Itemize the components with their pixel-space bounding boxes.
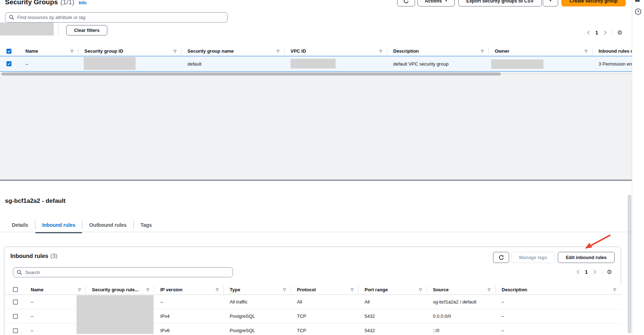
edit-inbound-rules-button[interactable]: Edit inbound rules xyxy=(558,252,615,263)
rules-search-input[interactable] xyxy=(25,270,229,275)
gear-icon[interactable]: ⚙ xyxy=(617,30,623,36)
column-header-description[interactable]: Description ▽ xyxy=(387,46,489,56)
find-resources-input[interactable] xyxy=(17,15,224,20)
column-header-inbound-rules-count[interactable]: Inbound rules c xyxy=(592,46,632,56)
cell-port-range: All xyxy=(358,295,427,309)
column-header-security-group-rule[interactable]: Security group rule... ▽ xyxy=(86,284,154,295)
column-header-type[interactable]: Type ▽ xyxy=(224,284,291,295)
row-checkbox[interactable] xyxy=(13,314,18,319)
tab-inbound-rules[interactable]: Inbound rules xyxy=(35,218,82,232)
manage-tags-button[interactable]: Manage tags xyxy=(511,252,555,263)
security-groups-table-header: Name ▽ Security group ID ▽ Security grou… xyxy=(0,46,632,56)
page-title-row: Security Groups (1/1) Info xyxy=(5,0,87,6)
column-header-name[interactable]: Name ▽ xyxy=(19,46,78,56)
filter-icon[interactable]: ▽ xyxy=(613,288,616,292)
redacted-security-group-rule-ids xyxy=(77,295,153,334)
horizontal-scrollbar-track[interactable] xyxy=(0,72,632,76)
header-checkbox-cell xyxy=(5,284,26,295)
chevron-left-icon[interactable] xyxy=(586,30,591,35)
rules-pagination: 1 ⚙ xyxy=(576,269,612,275)
cell-ip-version: – xyxy=(154,295,224,309)
filter-icon[interactable]: ▽ xyxy=(216,288,219,292)
cloudshell-clock-icon[interactable] xyxy=(634,8,642,15)
cell-source: 0.0.0.0/0 xyxy=(427,309,496,323)
filter-icon[interactable]: ▽ xyxy=(351,288,353,292)
filter-icon[interactable]: ▽ xyxy=(70,49,73,53)
redacted-filter-token xyxy=(0,23,54,35)
column-header-security-group-name[interactable]: Security group name ▽ xyxy=(181,46,284,56)
vertical-scrollbar-thumb[interactable] xyxy=(628,195,631,333)
cell-protocol: TCP xyxy=(291,324,358,335)
refresh-button[interactable] xyxy=(397,0,415,6)
inbound-rules-panel: Inbound rules (3) Manage tags Edit inbou… xyxy=(4,247,621,335)
row-checkbox[interactable] xyxy=(13,300,18,305)
chevron-right-icon[interactable] xyxy=(592,269,597,275)
export-csv-button[interactable]: Export security groups to CSV xyxy=(458,0,542,6)
cell-type: PostgreSQL xyxy=(224,309,291,323)
cell-name: – xyxy=(19,56,78,71)
cell-description: default VPC security group xyxy=(387,56,489,71)
tab-details[interactable]: Details xyxy=(5,218,35,232)
row-checkbox[interactable] xyxy=(6,61,11,66)
info-link[interactable]: Info xyxy=(79,0,87,5)
filter-icon[interactable]: ▽ xyxy=(585,49,587,53)
tab-outbound-rules[interactable]: Outbound rules xyxy=(82,218,133,232)
search-icon xyxy=(9,15,14,20)
cell-port-range: 5432 xyxy=(358,324,427,335)
actions-button[interactable]: Actions ▼ xyxy=(418,0,455,6)
create-security-group-button[interactable]: Create security group xyxy=(561,0,626,6)
refresh-icon xyxy=(498,255,504,260)
clear-filters-button[interactable]: Clear filters xyxy=(66,25,107,35)
filter-icon[interactable]: ▽ xyxy=(481,49,484,53)
cell-ip-version: IPv4 xyxy=(154,309,224,323)
horizontal-scrollbar-thumb[interactable] xyxy=(1,72,501,76)
page-number[interactable]: 1 xyxy=(584,269,589,275)
gear-icon[interactable]: ⚙ xyxy=(607,269,612,275)
filter-icon[interactable]: ▽ xyxy=(277,49,279,53)
inbound-rules-heading: Inbound rules (3) xyxy=(10,253,57,259)
redacted-security-group-id xyxy=(84,57,136,70)
cell-protocol: All xyxy=(291,295,358,309)
page-number[interactable]: 1 xyxy=(594,30,599,35)
tab-tags[interactable]: Tags xyxy=(134,218,159,232)
redacted-owner xyxy=(491,59,543,69)
cutoff-rail-icon[interactable] xyxy=(635,0,640,2)
filter-icon[interactable]: ▽ xyxy=(488,288,491,292)
pagination-separator xyxy=(602,269,602,275)
page-title-count: (1/1) xyxy=(60,0,74,6)
checkbox-check-icon xyxy=(7,62,11,66)
chevron-right-icon[interactable] xyxy=(602,30,608,35)
column-header-ip-version[interactable]: IP version ▽ xyxy=(154,284,224,295)
chevron-left-icon[interactable] xyxy=(576,269,581,275)
refresh-rules-button[interactable] xyxy=(493,252,509,263)
search-icon xyxy=(17,270,22,275)
detail-tabs: Details Inbound rules Outbound rules Tag… xyxy=(5,218,158,232)
refresh-icon xyxy=(403,0,409,4)
column-header-port-range[interactable]: Port range ▽ xyxy=(358,284,427,295)
select-all-rules-checkbox[interactable] xyxy=(13,287,18,292)
export-dropdown-button[interactable]: ▼ xyxy=(543,0,558,6)
rules-searchbox xyxy=(13,267,233,277)
filter-icon[interactable]: ▽ xyxy=(78,288,81,292)
column-header-owner[interactable]: Owner ▽ xyxy=(489,46,592,56)
filter-icon[interactable]: ▽ xyxy=(174,49,176,53)
cell-port-range: 5432 xyxy=(358,309,427,323)
cell-description: – xyxy=(496,309,621,323)
filter-icon[interactable]: ▽ xyxy=(146,288,149,292)
select-all-checkbox[interactable] xyxy=(6,49,11,54)
column-header-description[interactable]: Description ▽ xyxy=(496,284,621,295)
filter-icon[interactable]: ▽ xyxy=(419,288,422,292)
empty-background-region xyxy=(0,76,632,180)
right-utility-rail xyxy=(632,0,644,335)
column-header-source[interactable]: Source ▽ xyxy=(427,284,496,295)
cell-type: PostgreSQL xyxy=(224,324,291,335)
column-header-security-group-id[interactable]: Security group ID ▽ xyxy=(78,46,181,56)
filter-icon[interactable]: ▽ xyxy=(283,288,286,292)
column-header-name[interactable]: Name ▽ xyxy=(26,284,86,295)
row-checkbox-cell xyxy=(5,295,26,309)
filter-icon[interactable]: ▽ xyxy=(379,49,382,53)
row-checkbox[interactable] xyxy=(13,328,18,333)
column-header-vpc-id[interactable]: VPC ID ▽ xyxy=(284,46,387,56)
security-groups-pagination: 1 ⚙ xyxy=(586,29,623,36)
column-header-protocol[interactable]: Protocol ▽ xyxy=(291,284,358,295)
